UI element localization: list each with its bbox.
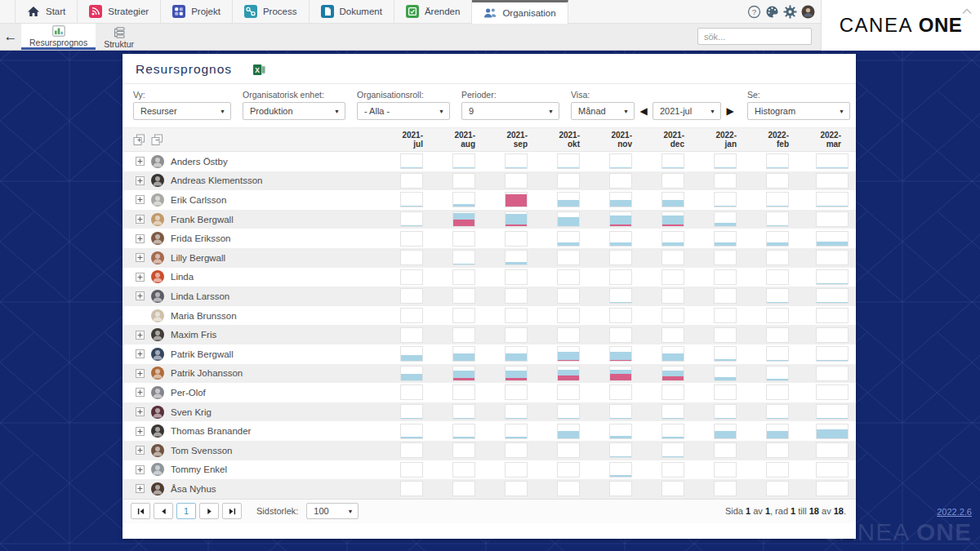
expand-row-icon[interactable] (136, 446, 145, 455)
sub-tab-resursprognos[interactable]: Resursprognos (21, 24, 96, 50)
resource-row[interactable]: Erik Carlsson (122, 190, 856, 210)
allocation-bar (767, 206, 788, 207)
expand-row-icon[interactable] (136, 273, 145, 282)
nav-tab-process[interactable]: Process (233, 0, 310, 23)
month-column-header: 2022-mar (792, 131, 844, 149)
avatar (151, 406, 164, 419)
help-icon[interactable]: ? (747, 5, 761, 19)
resource-row[interactable]: Patrik Bergwall (122, 344, 856, 364)
expand-row-icon[interactable] (136, 465, 145, 474)
dropdown-caret-icon: ▼ (548, 109, 554, 114)
resource-row[interactable]: Per-Olof (122, 383, 856, 402)
resource-row[interactable]: Tommy Enkel (122, 460, 856, 480)
period-select[interactable]: 2021-jul▼ (653, 102, 721, 120)
resource-row[interactable]: Åsa Nyhus (122, 479, 856, 499)
nav-tab-strategier[interactable]: Strategier (78, 0, 161, 23)
vy-select[interactable]: Resurser▼ (133, 102, 231, 120)
allocation-bar (610, 370, 631, 374)
person-name: Frida Eriksson (171, 233, 231, 243)
page-size-select[interactable]: 100▼ (306, 503, 359, 519)
visa-select[interactable]: Månad▼ (571, 102, 635, 120)
filter-perioder: Perioder: 9▼ (461, 90, 559, 120)
histogram-cell (400, 384, 423, 400)
resource-row[interactable]: Linda (122, 268, 856, 287)
nav-tab-projekt[interactable]: Projekt (161, 0, 233, 23)
previous-page-button[interactable] (154, 503, 173, 519)
resource-row[interactable]: Maxim Fris (122, 325, 856, 344)
palette-icon[interactable] (765, 5, 779, 19)
expand-row-icon[interactable] (136, 253, 145, 262)
resource-row[interactable]: Frida Eriksson (122, 229, 856, 248)
search-input[interactable] (704, 32, 820, 42)
histogram-cell (557, 366, 580, 381)
allocation-bar (610, 167, 631, 168)
expand-row-icon[interactable] (136, 215, 145, 224)
collapse-chevron-icon[interactable] (962, 3, 972, 10)
person-name: Lilly Bergwall (171, 253, 225, 263)
current-page-indicator[interactable]: 1 (176, 503, 196, 519)
home-icon (27, 5, 40, 18)
allocation-bar (817, 242, 848, 246)
avatar (151, 251, 164, 264)
resource-row[interactable]: Lilly Bergwall (122, 248, 856, 268)
resource-row[interactable]: Patrik Johansson (122, 364, 856, 384)
sub-tab-struktur[interactable]: Struktur (96, 24, 142, 50)
last-page-button[interactable] (222, 503, 242, 519)
nav-tab-arenden[interactable]: Ärenden (394, 0, 472, 23)
allocation-bar (715, 418, 736, 419)
histogram-cell (609, 327, 632, 343)
expand-row-icon[interactable] (136, 349, 145, 358)
expand-row-icon[interactable] (136, 331, 145, 340)
allocation-bar (506, 371, 527, 378)
histogram-cell (400, 462, 423, 478)
resource-row[interactable]: Andreas Klementsson (122, 171, 856, 191)
resource-row[interactable]: Linda Larsson (122, 287, 856, 306)
expand-all-icon[interactable] (133, 134, 145, 146)
nav-tab-organisation[interactable]: Organisation (472, 0, 568, 24)
histogram-cell (816, 384, 849, 400)
gear-icon[interactable] (783, 5, 797, 19)
projekt-icon (172, 5, 185, 18)
expand-row-icon[interactable] (136, 195, 145, 204)
avatar-icon[interactable] (801, 5, 815, 19)
expand-row-icon[interactable] (136, 369, 145, 378)
expand-row-icon[interactable] (136, 484, 145, 493)
expand-row-icon[interactable] (136, 427, 145, 436)
nav-tab-dokument[interactable]: Dokument (310, 0, 394, 23)
resource-row[interactable]: Frank Bergwall (122, 210, 856, 229)
expand-row-icon[interactable] (136, 234, 145, 243)
excel-export-icon[interactable]: X (253, 64, 265, 76)
resource-row[interactable]: Thomas Branander (122, 421, 856, 441)
expand-row-icon[interactable] (136, 157, 145, 166)
expand-row-icon[interactable] (136, 388, 145, 397)
next-period-button[interactable]: ▶ (724, 105, 736, 117)
histogram-cell (505, 366, 528, 381)
next-page-button[interactable] (199, 503, 219, 519)
overload-bar (610, 374, 631, 380)
previous-period-button[interactable]: ◀ (638, 105, 649, 117)
perioder-select[interactable]: 9▼ (461, 102, 559, 120)
expand-row-icon[interactable] (136, 407, 145, 416)
collapse-all-icon[interactable] (151, 134, 163, 146)
pagination-summary-part: till (795, 506, 809, 516)
organisatorisk-enhet-select[interactable]: Produktion▼ (243, 102, 345, 120)
expand-row-icon[interactable] (136, 291, 145, 300)
histogram-cell (400, 173, 423, 189)
expand-row-icon[interactable] (136, 176, 145, 185)
allocation-bar (662, 371, 684, 376)
version-link[interactable]: 2022.2.6 (937, 507, 972, 517)
resource-row[interactable]: Maria Brunsson (122, 306, 856, 326)
nav-tab-label: Projekt (191, 7, 220, 16)
histogram-cell (714, 462, 737, 478)
resource-row[interactable]: Sven Krig (122, 402, 856, 422)
back-button[interactable]: ← (0, 24, 21, 50)
organisationsroll-select[interactable]: - Alla -▼ (357, 102, 450, 120)
histogram-cell (714, 153, 737, 169)
first-page-button[interactable] (131, 503, 150, 519)
dropdown-caret-icon: ▼ (347, 509, 353, 514)
nav-tab-start[interactable]: Start (15, 0, 78, 23)
resource-row[interactable]: Tom Svensson (122, 441, 856, 460)
dropdown-caret-icon: ▼ (220, 109, 225, 114)
se-select[interactable]: Histogram▼ (747, 102, 850, 120)
resource-row[interactable]: Anders Östby (122, 152, 856, 171)
